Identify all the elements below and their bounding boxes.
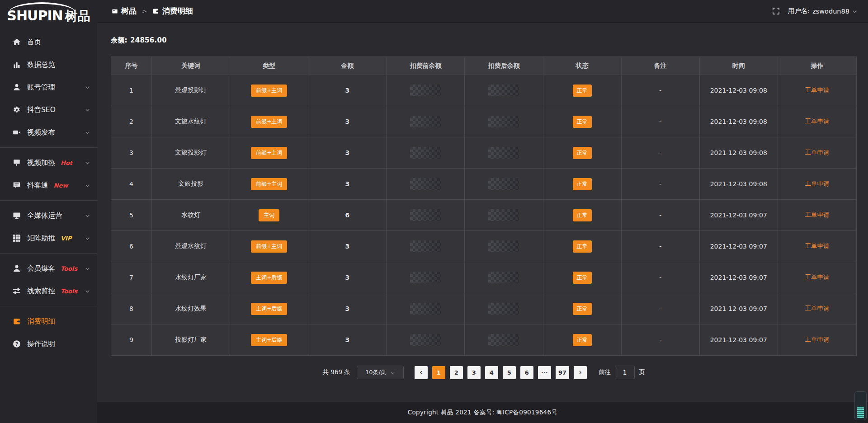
cell-time: 2021-12-03 09:08 (699, 75, 778, 106)
page-size-select[interactable]: 10条/页 (357, 366, 404, 379)
cell-index: 9 (111, 324, 152, 356)
goto-page-input[interactable] (615, 366, 635, 379)
topbar: 树品 > 消费明细 用户名: zswodun88 (97, 0, 868, 23)
person-icon (13, 264, 21, 273)
column-header-2: 关键词 (152, 57, 230, 75)
sidebar-item-label: 账号管理 (27, 83, 55, 92)
cell-index: 6 (111, 231, 152, 262)
work-order-link[interactable]: 工单申请 (805, 211, 829, 218)
page-ellipsis-button[interactable]: ··· (538, 366, 551, 379)
table-header-row: 序号关键词类型金额扣费前余额扣费后余额状态备注时间操作 (111, 57, 857, 75)
goto-page: 前往 页 (599, 366, 645, 379)
sidebar-item-matrix-boost[interactable]: 矩阵助推VIP (0, 227, 97, 249)
main-column: 树品 > 消费明细 用户名: zswodun88 余额:24856.00 (97, 0, 868, 423)
sidebar-item-media-operation[interactable]: 全媒体运营 (0, 204, 97, 227)
table-row: 5水纹灯主词6正常-2021-12-03 09:07工单申请 (111, 200, 857, 231)
sidebar-item-member-baoke[interactable]: 会员爆客Tools (0, 257, 97, 280)
page-button-6[interactable]: 6 (520, 366, 533, 379)
chevron-down-icon (852, 9, 857, 14)
sidebar-item-consume-detail[interactable]: 消费明细 (0, 310, 97, 333)
cell-amount: 3 (308, 293, 387, 324)
cell-status: 正常 (543, 324, 621, 356)
widget-stripes-icon (857, 407, 864, 418)
sidebar-item-video-publish[interactable]: 视频发布 (0, 121, 97, 144)
floating-widget[interactable] (854, 391, 867, 420)
cell-balance-before (387, 231, 465, 262)
next-page-button[interactable]: › (574, 366, 587, 379)
type-badge: 前缀+主词 (251, 116, 287, 128)
page-button-97[interactable]: 97 (556, 366, 569, 379)
blurred-balance-after (488, 303, 519, 315)
user-icon (13, 83, 21, 91)
column-header-3: 类型 (230, 57, 308, 75)
sidebar-item-video-heat[interactable]: 视频加热Hot (0, 151, 97, 174)
cell-keyword: 文旅投影灯 (152, 137, 230, 169)
username-label: 用户名: (788, 7, 810, 15)
type-badge: 主词+后缀 (251, 303, 287, 315)
user-menu[interactable]: 用户名: zswodun88 (788, 7, 857, 15)
breadcrumb-item-home[interactable]: 树品 (112, 6, 137, 16)
page-button-3[interactable]: 3 (467, 366, 481, 379)
sidebar-menu: 首页数据总览账号管理抖音SEO视频发布视频加热Hot抖客通New全媒体运营矩阵助… (0, 29, 97, 355)
sidebar-item-home[interactable]: 首页 (0, 31, 97, 53)
sidebar-item-account-manage[interactable]: 账号管理 (0, 76, 97, 99)
cell-type: 主词+后缀 (230, 324, 308, 356)
column-header-9: 时间 (699, 57, 778, 75)
page-button-4[interactable]: 4 (485, 366, 498, 379)
table-row: 2文旅水纹灯前缀+主词3正常-2021-12-03 09:08工单申请 (111, 106, 857, 137)
breadcrumb-item-current[interactable]: 消费明细 (152, 6, 193, 16)
work-order-link[interactable]: 工单申请 (805, 242, 829, 249)
work-order-link[interactable]: 工单申请 (805, 86, 829, 94)
sidebar-divider (0, 200, 97, 201)
fullscreen-icon[interactable] (772, 7, 780, 15)
grid-icon (13, 234, 21, 242)
page-button-5[interactable]: 5 (503, 366, 516, 379)
cell-status: 正常 (543, 200, 621, 231)
pagination: 共 969 条 10条/页 ‹ 123456···97 › 前往 页 (111, 366, 857, 379)
chevron-down-icon (85, 266, 90, 271)
cell-keyword: 文旅水纹灯 (152, 106, 230, 137)
work-order-link[interactable]: 工单申请 (805, 118, 829, 125)
sidebar-item-label: 抖客通 (27, 181, 48, 190)
cell-note: - (621, 137, 699, 169)
work-order-link[interactable]: 工单申请 (805, 180, 829, 187)
cell-status: 正常 (543, 106, 621, 137)
sidebar-item-douyin-seo[interactable]: 抖音SEO (0, 99, 97, 121)
sidebar-item-clue-monitor[interactable]: 线索监控Tools (0, 280, 97, 302)
sidebar-item-data-overview[interactable]: 数据总览 (0, 53, 97, 76)
cell-balance-after (465, 231, 543, 262)
blurred-balance-after (488, 209, 519, 221)
cell-index: 8 (111, 293, 152, 324)
cell-action: 工单申请 (778, 231, 856, 262)
work-order-link[interactable]: 工单申请 (805, 305, 829, 312)
cell-balance-before (387, 262, 465, 293)
blurred-balance-before (410, 209, 441, 221)
work-order-link[interactable]: 工单申请 (805, 336, 829, 343)
type-badge: 主词+后缀 (251, 334, 287, 346)
sidebar-item-douketong[interactable]: 抖客通New (0, 174, 97, 197)
table-row: 1景观投影灯前缀+主词3正常-2021-12-03 09:08工单申请 (111, 75, 857, 106)
chevron-down-icon (391, 371, 395, 375)
sidebar-item-badge: New (54, 182, 68, 189)
work-order-link[interactable]: 工单申请 (805, 149, 829, 156)
blurred-balance-before (410, 116, 441, 127)
cell-amount: 3 (308, 75, 387, 106)
page-button-1[interactable]: 1 (432, 366, 445, 379)
cell-time: 2021-12-03 09:07 (699, 293, 778, 324)
page-button-2[interactable]: 2 (450, 366, 463, 379)
column-header-7: 状态 (543, 57, 621, 75)
cell-time: 2021-12-03 09:08 (699, 169, 778, 200)
cell-balance-after (465, 200, 543, 231)
sidebar-item-badge: Hot (61, 160, 72, 166)
work-order-link[interactable]: 工单申请 (805, 273, 829, 281)
sidebar-item-instructions[interactable]: ?操作说明 (0, 333, 97, 355)
breadcrumb: 树品 > 消费明细 (112, 6, 193, 16)
cell-balance-after (465, 262, 543, 293)
prev-page-button[interactable]: ‹ (415, 366, 428, 379)
sidebar-item-label: 数据总览 (27, 60, 55, 70)
balance: 余额:24856.00 (111, 36, 857, 45)
goto-suffix: 页 (639, 368, 645, 376)
cell-time: 2021-12-03 09:08 (699, 106, 778, 137)
app-window: SHUPIN树品 首页数据总览账号管理抖音SEO视频发布视频加热Hot抖客通Ne… (0, 0, 868, 423)
table-row: 3文旅投影灯前缀+主词3正常-2021-12-03 09:08工单申请 (111, 137, 857, 169)
